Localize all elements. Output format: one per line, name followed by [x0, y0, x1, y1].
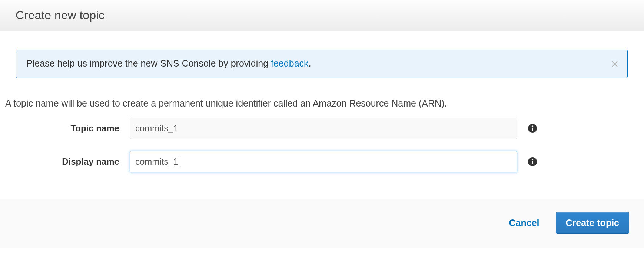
feedback-banner: Please help us improve the new SNS Conso… — [16, 50, 628, 78]
display-name-value: commits_1 — [135, 156, 178, 167]
modal-create-topic: Create new topic Please help us improve … — [0, 0, 644, 248]
input-wrap-topic-name — [130, 118, 517, 139]
description-text: A topic name will be used to create a pe… — [5, 98, 628, 109]
svg-point-7 — [532, 159, 533, 160]
row-display-name: Display name commits_1 — [5, 151, 628, 172]
info-icon[interactable] — [528, 157, 537, 166]
label-topic-name: Topic name — [5, 123, 130, 134]
banner-text-before: Please help us improve the new SNS Conso… — [26, 58, 271, 68]
svg-point-4 — [532, 125, 533, 127]
modal-title: Create new topic — [16, 9, 104, 22]
display-name-input[interactable]: commits_1 — [130, 151, 517, 172]
banner-text: Please help us improve the new SNS Conso… — [26, 58, 311, 69]
feedback-link[interactable]: feedback — [271, 58, 308, 68]
modal-header: Create new topic — [0, 0, 644, 31]
close-icon[interactable] — [610, 59, 620, 69]
cancel-button[interactable]: Cancel — [506, 213, 542, 233]
svg-rect-6 — [532, 161, 533, 164]
modal-footer: Cancel Create topic — [0, 199, 644, 248]
modal-body: Please help us improve the new SNS Conso… — [0, 31, 644, 199]
label-display-name: Display name — [5, 156, 130, 167]
create-topic-button[interactable]: Create topic — [556, 212, 629, 234]
text-cursor — [179, 156, 179, 167]
row-topic-name: Topic name — [5, 118, 628, 139]
input-wrap-display-name: commits_1 — [130, 151, 517, 172]
topic-name-input[interactable] — [130, 118, 517, 139]
banner-text-after: . — [309, 58, 311, 68]
info-icon[interactable] — [528, 124, 537, 133]
svg-rect-3 — [532, 128, 533, 131]
